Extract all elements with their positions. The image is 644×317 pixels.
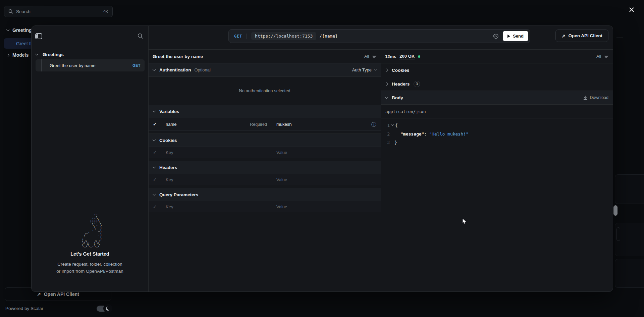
required-badge: Required (250, 122, 267, 127)
close-modal-button[interactable] (628, 6, 635, 13)
cookie-key-cell[interactable]: Key (161, 147, 272, 158)
request-filter-button[interactable]: All (364, 54, 377, 59)
sidebar-group-greetings[interactable]: Greetings (36, 51, 64, 58)
key-placeholder: Key (166, 177, 173, 182)
cookie-value-cell[interactable]: Value (272, 147, 381, 158)
download-label: Download (590, 95, 608, 100)
address-bar[interactable]: GET https://localhost:7153 /{name} Send (228, 29, 530, 43)
chevron-down-icon (153, 109, 156, 112)
section-label: Headers (159, 165, 177, 170)
bg-nav-group-models[interactable]: Models (7, 52, 29, 58)
api-client-modal: Greetings Greet the user by name GET ,. … (31, 25, 613, 292)
fold-toggle[interactable] (390, 125, 395, 125)
path-segment[interactable]: /{name} (319, 34, 338, 39)
bg-card-partial (616, 227, 620, 241)
section-headers[interactable]: Headers (149, 161, 381, 174)
headers-count-badge: 3 (414, 81, 420, 87)
header-row-empty: ✓ Key Value (149, 174, 381, 185)
line-number: 2 (385, 130, 390, 139)
external-link-icon: ↗ (561, 33, 565, 39)
search-placeholder: Search (16, 9, 31, 14)
query-key-cell[interactable]: Key (161, 201, 272, 212)
header-key-cell[interactable]: Key (161, 174, 272, 185)
bg-open-api-client-label: Open API Client (44, 292, 79, 297)
section-query-parameters[interactable]: Query Parameters (149, 188, 381, 201)
section-label: Variables (159, 109, 179, 114)
section-authentication[interactable]: Authentication Optional Auth Type (149, 63, 381, 77)
chevron-down-icon (153, 138, 156, 141)
method-badge-get: GET (234, 34, 242, 39)
client-sidebar: Greetings Greet the user by name GET ,. … (32, 26, 149, 292)
section-cookies[interactable]: Cookies (149, 134, 381, 147)
powered-by-scalar-link[interactable]: Powered by Scalar (5, 306, 43, 311)
sidebar-group-label: Greetings (43, 52, 64, 57)
search-input[interactable]: Search ^K (4, 6, 113, 17)
row-enabled-checkbox[interactable]: ✓ (149, 201, 161, 212)
row-enabled-checkbox[interactable]: ✓ (149, 118, 161, 130)
sidebar-toggle-icon[interactable] (35, 33, 42, 39)
send-button[interactable]: Send (503, 31, 528, 41)
response-time: 12ms (385, 54, 396, 59)
checkmark-icon: ✓ (153, 177, 157, 182)
row-enabled-checkbox[interactable]: ✓ (149, 147, 161, 158)
variable-value-cell[interactable]: mukesh ⓘ (272, 118, 381, 130)
open-api-client-button[interactable]: ↗ Open API Client (555, 30, 608, 42)
code-line: 1 { (385, 121, 613, 130)
section-label: Cookies (159, 138, 177, 143)
indent-guide (41, 59, 42, 71)
chevron-right-icon (385, 68, 388, 72)
base-url-chip[interactable]: https://localhost:7153 (251, 32, 316, 40)
sidebar-item-label: Greet the user by name (50, 63, 96, 68)
get-started-line2: or import from OpenAPI/Postman (32, 268, 148, 275)
response-status-code[interactable]: 200 OK (399, 54, 415, 59)
status-dot (418, 55, 420, 58)
download-icon (583, 96, 587, 100)
sidebar-search-button[interactable] (138, 33, 143, 39)
history-button[interactable] (493, 33, 499, 39)
code-text: { (395, 121, 398, 130)
dark-mode-toggle-knob[interactable] (103, 304, 112, 313)
response-status: 12ms 200 OK (385, 54, 420, 59)
get-started-description: Create request, folder, collection or im… (32, 261, 148, 275)
auth-type-label: Auth Type (352, 67, 372, 72)
json-punctuation: : (424, 131, 427, 137)
response-section-headers[interactable]: Headers 3 (381, 77, 613, 91)
bg-divider (616, 38, 623, 38)
response-section-cookies[interactable]: Cookies (381, 63, 613, 77)
download-button[interactable]: Download (583, 95, 608, 100)
checkmark-icon: ✓ (153, 204, 157, 209)
optional-badge: Optional (195, 67, 211, 72)
filter-label: All (596, 54, 601, 59)
chevron-down-icon (153, 165, 156, 168)
query-param-row-empty: ✓ Key Value (149, 201, 381, 212)
header-value-cell[interactable]: Value (272, 174, 381, 185)
chevron-down-icon (385, 95, 388, 99)
response-body-code[interactable]: 1 { 2 "message":"Hello mukesh!" 3 } (381, 118, 613, 147)
response-section-body[interactable]: Body Download (381, 91, 613, 105)
row-enabled-checkbox[interactable]: ✓ (149, 174, 161, 185)
bg-nav-group-greetings[interactable]: Greetings (7, 28, 34, 33)
divider (381, 150, 613, 150)
line-number: 1 (385, 121, 390, 130)
key-placeholder: Key (166, 204, 173, 209)
request-title: Greet the user by name (153, 54, 203, 59)
chevron-down-icon (35, 52, 39, 55)
response-filter-button[interactable]: All (596, 54, 609, 59)
send-label: Send (513, 34, 524, 39)
section-variables[interactable]: Variables (149, 105, 381, 118)
variable-key-cell[interactable]: name Required (161, 118, 272, 130)
page-scrollbar-thumb[interactable] (613, 205, 618, 216)
ascii-rabbit-art: ,. ;;\ ;;;;\ \'. \ \ ) _,-' =) / .) ; ) … (32, 212, 148, 248)
json-string-value: "Hello mukesh!" (429, 131, 468, 137)
section-label: Cookies (392, 68, 410, 73)
chevron-down-icon (153, 192, 156, 196)
search-shortcut: ^K (103, 9, 108, 14)
variable-value: mukesh (276, 122, 292, 127)
query-value-cell[interactable]: Value (272, 201, 381, 212)
auth-type-dropdown[interactable]: Auth Type (352, 67, 376, 72)
sidebar-item-greet-the-user-by-name[interactable]: Greet the user by name GET (36, 59, 145, 71)
client-topbar: GET https://localhost:7153 /{name} Send … (149, 26, 613, 50)
close-icon (629, 7, 634, 12)
info-icon[interactable]: ⓘ (371, 122, 376, 127)
response-header-row: 12ms 200 OK All (381, 50, 613, 63)
